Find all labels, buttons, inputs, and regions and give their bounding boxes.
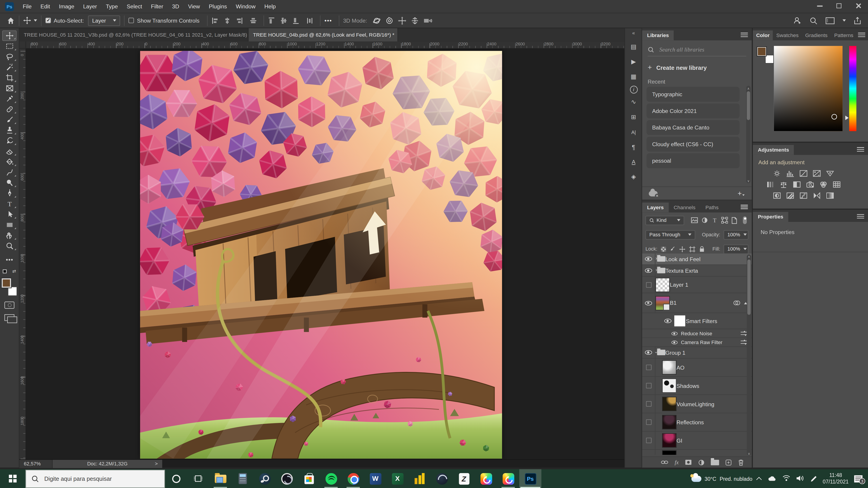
menu-select[interactable]: Select [122, 0, 147, 13]
more-options-icon[interactable]: ••• [324, 18, 332, 24]
gradient-map-icon[interactable] [826, 191, 834, 199]
foreground-color-swatch[interactable] [757, 47, 766, 56]
menu-3d[interactable]: 3D [168, 0, 184, 13]
expand-chevron-icon[interactable]: › [655, 267, 657, 273]
layer-style-fx-icon[interactable]: fx [675, 459, 679, 465]
taskbar-app-file-explorer[interactable] [209, 469, 231, 488]
add-mask-icon[interactable] [685, 459, 692, 465]
rectangle-tool[interactable] [2, 220, 17, 230]
filter-shape-icon[interactable] [721, 217, 728, 223]
document-canvas[interactable] [140, 51, 502, 459]
layer-row-look-and-feel[interactable]: › Look and Feel [642, 254, 752, 265]
marquee-tool[interactable] [2, 41, 17, 52]
libraries-scrollbar[interactable]: ∧ ∨ [746, 86, 751, 183]
minimize-button[interactable] [810, 0, 829, 12]
tab-adjustments[interactable]: Adjustments [753, 145, 794, 155]
filter-type-icon[interactable]: T [711, 217, 718, 223]
layer-row-camera-raw-filter[interactable]: Camera Raw Filter [642, 338, 752, 347]
default-swap-colors[interactable]: ⇄ [3, 268, 16, 274]
background-color-swatch[interactable] [8, 287, 17, 296]
layer-row-reflections[interactable]: Reflections [642, 413, 752, 431]
threshold-icon[interactable] [799, 191, 808, 199]
task-view-button[interactable] [187, 469, 209, 488]
visibility-toggle[interactable] [642, 413, 655, 431]
new-layer-icon[interactable] [725, 459, 732, 465]
lock-artboard-icon[interactable] [689, 246, 695, 252]
menu-image[interactable]: Image [55, 0, 79, 13]
doc-size-field[interactable]: Doc: 42,2M/1,32G > [53, 459, 162, 468]
menu-file[interactable]: File [18, 0, 36, 13]
taskbar-app-spotify[interactable] [320, 469, 342, 488]
document-tab-2[interactable]: TREE HOUSE_04b.psd @ 62,6% (Look and Fee… [249, 28, 398, 41]
panel-menu-icon[interactable] [858, 33, 865, 37]
black-white-icon[interactable] [793, 180, 801, 188]
align-center-h-icon[interactable] [224, 17, 231, 24]
vibrance-icon[interactable] [826, 169, 834, 176]
auto-select-checkbox[interactable] [45, 18, 51, 23]
new-group-icon[interactable] [711, 459, 719, 465]
taskbar-app-steam[interactable] [254, 469, 276, 488]
layer-row-group-1[interactable]: › Group 1 [642, 347, 752, 359]
move-tool[interactable] [2, 31, 17, 41]
cortana-button[interactable] [165, 469, 187, 488]
tab-layers[interactable]: Layers [642, 202, 669, 213]
lasso-tool[interactable] [2, 52, 17, 62]
filter-image-icon[interactable] [691, 217, 698, 223]
panel-menu-icon[interactable] [857, 147, 864, 152]
align-middle-icon[interactable] [250, 17, 257, 24]
saturation-brightness-field[interactable] [774, 46, 843, 131]
taskbar-app-calculator[interactable] [231, 469, 254, 488]
tool-preset-caret[interactable] [34, 20, 37, 22]
taskbar-app-creative-cloud[interactable] [475, 469, 497, 488]
filter-smart-object-icon[interactable] [731, 217, 737, 224]
visibility-toggle[interactable] [642, 395, 655, 413]
menu-edit[interactable]: Edit [36, 0, 54, 13]
smart-object-thumbnail[interactable] [655, 296, 670, 310]
path-selection-tool[interactable] [2, 209, 17, 220]
filter-toggle[interactable] [743, 217, 747, 224]
swap-colors-icon[interactable]: ⇄ [12, 269, 16, 273]
paint-bucket-tool[interactable] [2, 157, 17, 167]
eyedropper-tool[interactable] [2, 94, 17, 104]
menu-view[interactable]: View [184, 0, 204, 13]
layer-thumbnail[interactable] [662, 360, 677, 375]
document-tab-1[interactable]: TREE HOUSE_05 11 2021_V3b.psd @ 62,6% (T… [20, 28, 249, 41]
layer-row-reduce-noise[interactable]: Reduce Noise [642, 329, 752, 338]
quick-mask-button[interactable] [4, 302, 14, 309]
layer-thumbnail[interactable] [662, 415, 677, 429]
filter-mask-thumbnail[interactable] [674, 315, 686, 327]
workspace-icon[interactable] [825, 17, 835, 24]
taskbar-app-word[interactable] [364, 469, 386, 488]
pen-tool[interactable] [2, 188, 17, 199]
tab-color[interactable]: Color [753, 31, 773, 40]
create-new-library-button[interactable]: + Create new library [648, 63, 746, 71]
zoom-level-field[interactable]: 62,57% [20, 459, 53, 468]
align-top-icon[interactable] [268, 17, 275, 24]
expand-panels-icon[interactable]: « [632, 31, 635, 36]
3d-pan-icon[interactable] [398, 16, 406, 25]
search-icon[interactable] [809, 16, 817, 25]
status-chevron-icon[interactable]: > [155, 459, 158, 468]
share-user-icon[interactable] [793, 16, 802, 25]
dodge-tool[interactable] [2, 177, 17, 188]
lock-transparency-icon[interactable] [661, 247, 666, 252]
posterize-icon[interactable] [786, 191, 795, 199]
action-center-icon[interactable]: 3 [854, 475, 863, 482]
eraser-tool[interactable] [2, 146, 17, 157]
tray-overflow-chevron[interactable] [756, 477, 762, 482]
visibility-toggle[interactable] [664, 319, 672, 323]
workspace-caret[interactable] [842, 20, 846, 22]
3d-roll-icon[interactable] [385, 16, 394, 25]
tab-properties[interactable]: Properties [753, 212, 788, 222]
hue-saturation-icon[interactable] [766, 180, 774, 188]
visibility-toggle[interactable] [642, 293, 655, 313]
taskbar-clock[interactable]: 11:48 07/11/2021 [823, 472, 849, 485]
dock-actions-icon[interactable]: ▶ [627, 56, 640, 68]
magic-wand-tool[interactable] [2, 62, 17, 72]
filter-adjustment-icon[interactable] [702, 217, 708, 223]
share-export-icon[interactable] [854, 16, 861, 25]
visibility-toggle[interactable] [642, 431, 655, 449]
crop-tool[interactable] [2, 72, 17, 83]
visibility-toggle[interactable] [642, 377, 655, 394]
visibility-toggle[interactable] [672, 340, 678, 344]
